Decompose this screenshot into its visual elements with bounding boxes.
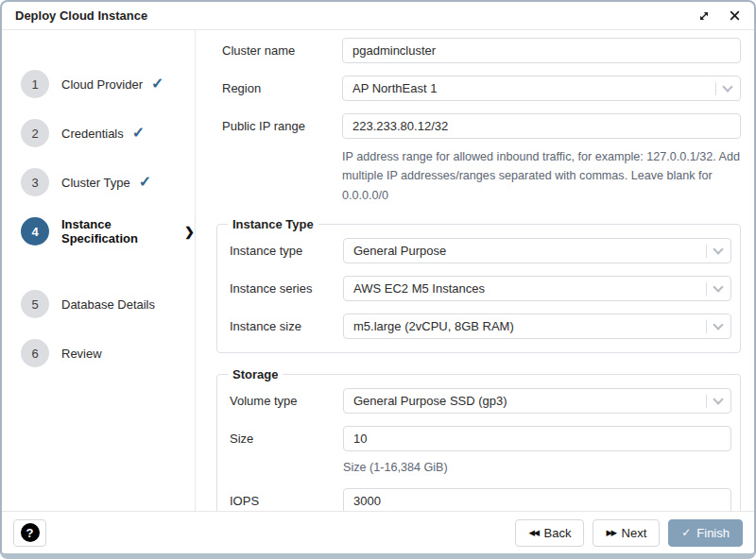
- dialog-titlebar: Deploy Cloud Instance: [2, 2, 754, 30]
- instance-series-selected-value: AWS EC2 M5 Instances: [353, 281, 706, 296]
- chevron-down-icon: [713, 281, 723, 292]
- step-review: 6 Review: [2, 339, 195, 367]
- finish-button[interactable]: ✓ Finish: [668, 519, 743, 547]
- step-complete-check-icon: ✓: [139, 175, 151, 190]
- step-complete-check-icon: ✓: [132, 126, 145, 141]
- step-number-badge: 2: [21, 119, 49, 147]
- instance-type-group-legend: Instance Type: [228, 217, 318, 231]
- select-divider: [706, 282, 707, 296]
- step-database-details: 5 Database Details: [2, 290, 195, 318]
- instance-type-selected-value: General Purpose: [353, 244, 706, 258]
- cluster-name-label: Cluster name: [209, 43, 342, 58]
- instance-size-selected-value: m5.large (2vCPU, 8GB RAM): [353, 319, 706, 333]
- size-label: Size: [221, 432, 343, 446]
- instance-type-group: Instance Type Instance type General Purp…: [216, 217, 741, 353]
- step-number-badge: 6: [21, 339, 49, 367]
- step-credentials: 2 Credentials ✓: [2, 119, 195, 147]
- step-label: Cloud Provider: [61, 77, 143, 92]
- chevron-down-icon: [713, 244, 723, 254]
- step-number-badge: 3: [21, 168, 49, 196]
- check-icon: ✓: [681, 526, 691, 539]
- question-mark-icon: ?: [21, 523, 40, 542]
- public-ip-range-label: Public IP range: [209, 119, 342, 133]
- chevron-down-icon: [713, 319, 723, 330]
- volume-type-select[interactable]: General Purpose SSD (gp3): [343, 388, 731, 414]
- next-button[interactable]: ▶▶ Next: [593, 519, 660, 547]
- iops-label: IOPS: [221, 494, 343, 508]
- finish-button-label: Finish: [696, 526, 730, 540]
- maximize-icon[interactable]: [697, 9, 711, 23]
- next-arrows-icon: ▶▶: [606, 528, 615, 537]
- instance-series-select[interactable]: AWS EC2 M5 Instances: [343, 276, 731, 301]
- instance-specification-form: Cluster name Region AP NorthEast 1 Publi…: [196, 30, 754, 511]
- select-divider: [706, 320, 707, 333]
- instance-series-label: Instance series: [221, 281, 343, 296]
- step-cluster-type: 3 Cluster Type ✓: [2, 168, 195, 196]
- step-number-badge: 5: [21, 290, 49, 318]
- select-divider: [706, 245, 707, 258]
- step-label: Cluster Type: [61, 176, 130, 190]
- close-icon[interactable]: [728, 9, 741, 23]
- select-divider: [715, 82, 716, 95]
- public-ip-range-help-text: IP address range for allowed inbound tra…: [342, 147, 741, 205]
- size-help-text: Size (1-16,384 GiB): [343, 458, 731, 477]
- step-number-badge: 4: [21, 217, 49, 246]
- step-cloud-provider: 1 Cloud Provider ✓: [2, 70, 195, 98]
- select-divider: [706, 395, 707, 408]
- volume-type-label: Volume type: [221, 394, 343, 408]
- instance-type-label: Instance type: [221, 244, 343, 258]
- chevron-down-icon: [713, 394, 723, 404]
- public-ip-range-input[interactable]: [342, 113, 741, 139]
- step-label: Review: [61, 347, 102, 361]
- step-label: Instance Specification: [61, 217, 176, 246]
- instance-size-label: Instance size: [221, 319, 343, 333]
- back-button[interactable]: ◀◀ Back: [515, 519, 584, 547]
- storage-group-legend: Storage: [228, 367, 283, 381]
- iops-input[interactable]: [343, 488, 731, 511]
- step-number-badge: 1: [21, 70, 49, 98]
- size-input[interactable]: [343, 426, 731, 451]
- storage-group: Storage Volume type General Purpose SSD …: [216, 367, 741, 511]
- region-select[interactable]: AP NorthEast 1: [342, 76, 741, 101]
- deploy-cloud-instance-dialog: Deploy Cloud Instance 1 Cloud: [0, 0, 756, 559]
- step-label: Database Details: [61, 297, 155, 312]
- dialog-title: Deploy Cloud Instance: [15, 8, 147, 23]
- wizard-steps-sidebar: 1 Cloud Provider ✓ 2 Credentials ✓ 3 Clu…: [2, 30, 196, 511]
- step-instance-specification: 4 Instance Specification ❯: [2, 217, 195, 246]
- volume-type-selected-value: General Purpose SSD (gp3): [353, 394, 706, 408]
- step-complete-check-icon: ✓: [151, 76, 163, 92]
- step-current-arrow-icon: ❯: [184, 226, 195, 238]
- dialog-body: 1 Cloud Provider ✓ 2 Credentials ✓ 3 Clu…: [2, 30, 754, 511]
- instance-size-select[interactable]: m5.large (2vCPU, 8GB RAM): [343, 313, 731, 339]
- next-button-label: Next: [622, 526, 647, 540]
- chevron-down-icon: [722, 81, 732, 92]
- region-label: Region: [209, 81, 342, 95]
- help-button[interactable]: ?: [13, 519, 46, 547]
- region-selected-value: AP NorthEast 1: [352, 81, 715, 95]
- step-label: Credentials: [61, 127, 124, 141]
- back-arrows-icon: ◀◀: [528, 528, 538, 537]
- dialog-footer: ? ◀◀ Back ▶▶ Next ✓ Finish: [2, 511, 754, 553]
- instance-type-select[interactable]: General Purpose: [343, 238, 731, 263]
- back-button-label: Back: [544, 526, 572, 540]
- cluster-name-input[interactable]: [342, 38, 741, 63]
